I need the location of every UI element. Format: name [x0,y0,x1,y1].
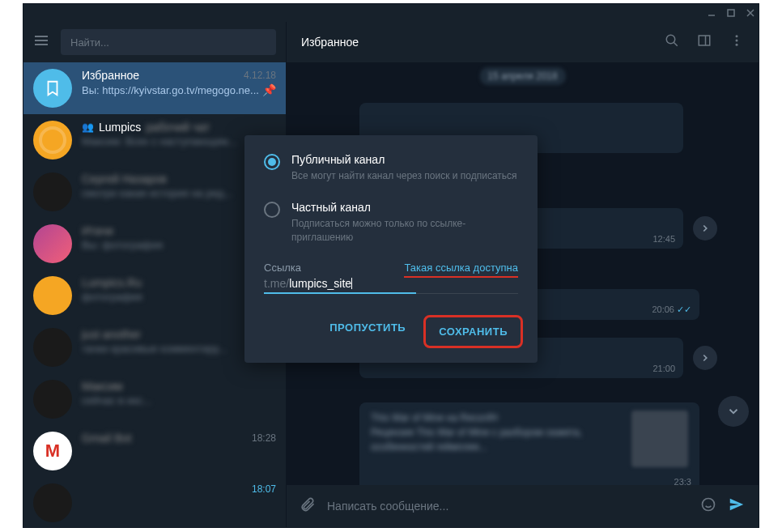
message-input[interactable]: Написать сообщение... [327,500,689,513]
radio-description: Подписаться можно только по ссылке-пригл… [291,217,518,245]
avatar [33,172,72,211]
skip-button[interactable]: ПРОПУСТИТЬ [318,315,417,348]
svg-rect-0 [728,10,734,16]
message-time: 12:45 [652,234,675,244]
forward-arrow-icon[interactable] [693,216,717,240]
send-button[interactable] [728,496,746,517]
radio-button[interactable] [264,202,280,218]
chat-preview: Вы: https://kyivstar.go.tv/megogo.ne... … [82,83,276,96]
search-icon[interactable] [665,33,679,51]
svg-point-6 [703,499,715,511]
window-minimize-button[interactable] [707,8,716,18]
emoji-icon[interactable] [700,496,716,516]
date-separator: 15 апреля 2018 [479,67,565,85]
chat-item[interactable]: 18:07 [23,477,286,527]
radio-title: Частный канал [291,201,518,214]
svg-rect-2 [699,36,710,45]
chat-name: 👥Lumpics рабочий чат [82,121,210,134]
message-time: 20:06 ✓✓ [652,304,691,315]
message-time: 21:00 [652,364,675,373]
forward-arrow-icon[interactable] [693,346,717,370]
radio-button[interactable] [264,154,280,170]
attach-icon[interactable] [300,496,316,516]
window-titlebar [23,4,759,22]
chat-item[interactable]: M Gmail Bot18:28 [23,425,286,477]
window-maximize-button[interactable] [726,8,736,18]
svg-point-4 [736,40,738,42]
chat-item[interactable]: Максим сейчас в икс... [23,373,286,425]
saved-messages-icon [33,69,72,108]
scroll-down-button[interactable] [718,396,749,427]
avatar: M [33,432,72,470]
link-field-label: Ссылка [264,262,301,274]
menu-icon[interactable] [33,32,49,52]
group-icon: 👥 [82,121,94,133]
chat-name: Избранное [82,69,139,82]
chat-name: Lumpics.Ru [82,276,142,289]
radio-description: Все могут найти канал через поиск и подп… [291,169,518,183]
avatar [33,276,72,315]
radio-option-public[interactable]: Публичный канал Все могут найти канал че… [264,153,518,183]
svg-point-3 [736,35,738,37]
chat-name: Итачи [82,224,113,237]
chat-name: Сергей Назаров [82,172,167,185]
window-close-button[interactable] [746,8,755,18]
avatar [33,121,72,160]
chat-date: 4.12.18 [244,70,276,81]
channel-type-modal: Публичный канал Все могут найти канал че… [244,135,538,363]
avatar [33,380,72,419]
pin-icon: 📌 [262,83,276,96]
link-prefix: t.me/ [264,277,289,290]
link-value: lumpics_site [289,277,351,290]
link-availability-status: Такая ссылка доступна [404,262,518,274]
sidebar-toggle-icon[interactable] [697,33,712,51]
more-icon[interactable] [729,33,744,51]
save-button[interactable]: СОХРАНИТЬ [423,315,523,348]
chat-title: Избранное [301,36,359,49]
avatar [33,328,72,367]
link-input[interactable]: t.me/lumpics_site [264,277,518,294]
radio-option-private[interactable]: Частный канал Подписаться можно только п… [264,201,518,245]
message-bubble[interactable]: This War of Mine на ReconfHРецензия This… [359,402,699,485]
search-input[interactable]: Найти... [61,29,276,55]
chat-preview: сейчас в икс... [82,394,276,406]
message-composer: Написать сообщение... [287,485,759,527]
avatar [33,224,72,263]
chat-name: just another [82,328,141,341]
chat-date: 18:28 [252,432,276,444]
message-time: 23:3 [674,477,691,485]
chat-name: Максим [82,380,122,393]
svg-point-1 [666,35,675,44]
svg-point-5 [736,44,738,46]
chat-date: 18:07 [252,483,276,495]
chat-item-saved[interactable]: Избранное4.12.18 Вы: https://kyivstar.go… [23,62,286,114]
message-thumbnail [631,411,688,467]
chat-name: Gmail Bot [82,432,131,445]
radio-title: Публичный канал [291,153,518,166]
avatar [33,483,72,522]
